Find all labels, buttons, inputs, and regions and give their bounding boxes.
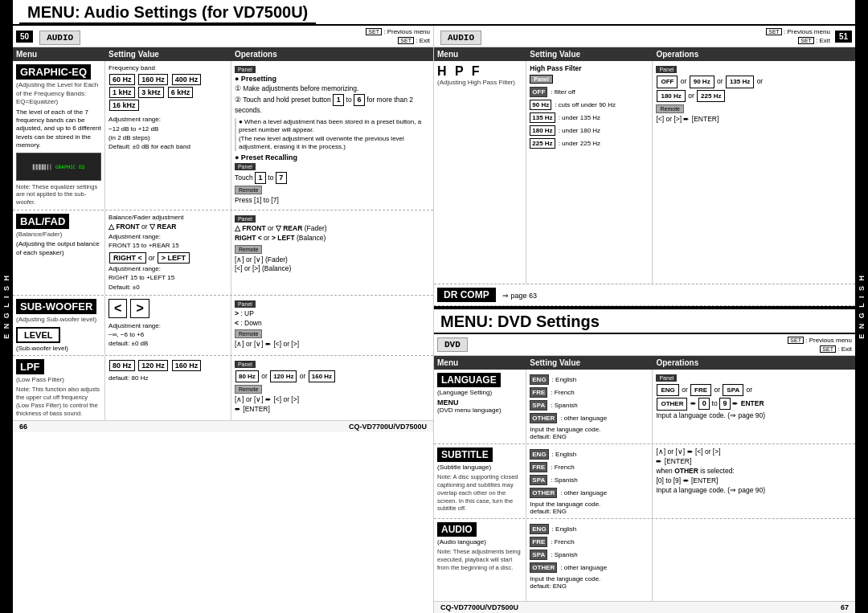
right-side-tab: E N G L I S H <box>855 0 868 613</box>
header-ops-left: Operations <box>231 47 433 61</box>
lpf-row: LPF (Low Pass Filter) Note: This functio… <box>13 356 433 420</box>
dvd-label: DVD <box>437 337 468 352</box>
panel-ops-hpf: OFF or 90 Hz or 135 Hz or 180 Hz or 225 … <box>656 75 852 102</box>
panel-label-eq: Panel <box>235 66 256 73</box>
bal-fad-setting-label: Balance/Fader adjustment <box>108 214 227 221</box>
remote-label-lpf: Remote <box>235 385 263 394</box>
arrow-left-sw: < <box>108 299 127 318</box>
dvd-audio-row: AUDIO (Audio language) Note: These adjus… <box>434 519 855 601</box>
preset-recall-ops: Touch 1 to 7 <box>235 172 430 184</box>
left-footer: 66 CQ-VD7700U/VD7500U <box>13 420 433 432</box>
dvd-table-header: Menu Setting Value Operations <box>434 356 855 370</box>
dvd-audio-title: AUDIO <box>437 522 477 537</box>
remote-label-sw: Remote <box>235 329 263 338</box>
bal-fad-row: BAL/FAD (Balance/Fader) (Adjusting the o… <box>13 210 433 296</box>
freq-6khz: 6 kHz <box>168 87 194 98</box>
level-label: LEVEL <box>16 327 60 343</box>
remote-ops-lpf: [∧] or [∨] ➨ [<] or [>] ➨ [ENTER] <box>235 395 430 415</box>
balance-range: Adjustment range:RIGHT 15 to +LEFT 15Def… <box>108 264 227 292</box>
sub-woofer-row: SUB-WOOFER (Adjusting Sub-woofer level) … <box>13 296 433 356</box>
panel-ops-sw: > : UP < : Down <box>235 309 430 329</box>
lpf-default: default: 80 Hz <box>108 374 227 382</box>
left-page-num-bottom: 66 <box>19 423 27 431</box>
lpf-title: LPF <box>16 359 44 374</box>
nav-exit-right: SET : Exit <box>766 36 830 45</box>
lpf-note: Note: This function also adjusts the upp… <box>16 386 101 417</box>
language-subtitle: (Language Setting) <box>437 389 522 396</box>
header-menu-left: Menu <box>13 47 105 61</box>
lang-other-row: OTHER: other language <box>530 412 649 424</box>
graphic-eq-image: ▋▋▊▊▌▍▎ GRAPHIC EQ <box>16 153 101 181</box>
panel-ops-lang: ENG or FRE or SPA or OTHER ➨ 0 to 9 ➨ EN… <box>656 383 852 420</box>
freq-band-label: Frequency band <box>108 64 227 72</box>
remote-label-eq: Remote <box>235 186 263 194</box>
remote-ops-hpf: [<] or [>] ➨ [ENTER] <box>656 115 852 125</box>
freq-60hz: 60 Hz <box>109 74 135 85</box>
high-pass-filter-label: High Pass Filter <box>530 64 649 72</box>
sw-range: Adjustment range:−∞, −6 to +6default: ±0… <box>108 321 227 349</box>
header-menu-right: Menu <box>434 47 526 61</box>
drcomp-title: DR COMP <box>437 288 496 302</box>
hpf-subtitle: (Adjusting High Pass Filter) <box>437 79 522 86</box>
header-ops-right: Operations <box>653 47 855 61</box>
right-tab-text: E N G L I S H <box>858 274 866 339</box>
dvd-audio-note: Note: These adjustments being executed, … <box>437 548 522 571</box>
sub-input-note: Input the language code. <box>530 501 649 508</box>
audio-label-right: AUDIO <box>440 31 481 45</box>
adj-range-eq: Adjustment range: −12 dB to +12 dB (in 2… <box>108 115 227 151</box>
right-footer: CQ-VD7700U/VD7500U 67 <box>434 601 855 613</box>
sub-spa-row: SPA: Spanish <box>530 474 649 486</box>
aud-input-note: Input the language code. <box>530 575 649 582</box>
bal-fad-subtitle: (Balance/Fader) <box>16 231 101 239</box>
lang-fre-row: FRE: French <box>530 386 649 398</box>
aud-fre-row: FRE: French <box>530 536 649 548</box>
panel-label-lpf: Panel <box>235 361 256 368</box>
dvd-audio-subtitle: (Audio language) <box>437 538 522 546</box>
hpf-off-row: OFF: filter off <box>530 86 649 98</box>
remote-ops-eq: Press [1] to [7] <box>235 196 430 206</box>
panel-label-bal: Panel <box>235 215 256 223</box>
panel-ops-lpf: 80 Hz or 120 Hz or 160 Hz <box>235 370 430 383</box>
panel-box-hpf: Panel <box>530 75 553 84</box>
lang-eng-row: ENG: English <box>530 374 649 386</box>
sub-fre-row: FRE: French <box>530 461 649 473</box>
menu-sublabel: MENU <box>437 398 522 407</box>
dvd-title: MENU: DVD Settings <box>434 309 855 334</box>
left-tab-text: E N G L I S H <box>2 274 10 339</box>
presetting-ops: ① Make adjustments before memorizing. ② … <box>235 84 430 115</box>
front-rear-setting: △ FRONT or ▽ REAR <box>108 223 227 231</box>
audio-label-left: AUDIO <box>39 31 80 45</box>
panel-label-sw: Panel <box>235 300 256 308</box>
hpf-title: H P F <box>437 64 522 79</box>
header-setting-left: Setting Value <box>105 47 231 61</box>
lpf-80hz: 80 Hz <box>109 360 135 371</box>
right-top-table-header: Menu Setting Value Operations <box>434 47 855 61</box>
dvd-header-setting: Setting Value <box>526 356 653 370</box>
presetting-label: ● Presetting <box>235 75 430 83</box>
aud-eng-row: ENG: English <box>530 523 649 535</box>
panel-label-eq2: Panel <box>235 163 256 170</box>
sub-eng-row: ENG: English <box>530 448 649 460</box>
language-title: LANGUAGE <box>437 373 501 387</box>
dvd-nav-prev: SET : Previous menu <box>788 336 852 345</box>
lang-spa-row: SPA: Spanish <box>530 399 649 411</box>
dvd-header-menu: Menu <box>434 356 526 370</box>
bal-fad-title: BAL/FAD <box>16 214 69 229</box>
page-title: MENU: Audio Settings (for VD7500U) <box>19 0 316 24</box>
dvd-menu-desc: (DVD menu language) <box>437 407 522 414</box>
remote-ops-bal: [∧] or [∨] (Fader) [<] or [>] (Balance) <box>235 255 430 275</box>
remote-ops-sw: [∧] or [∨] ➨ [<] or [>] <box>235 340 430 349</box>
subtitle-subtitle: (Subtitle language) <box>437 464 522 471</box>
preset-recall-label: ● Preset Recalling <box>235 153 430 161</box>
arrow-right-sw: > <box>130 299 149 318</box>
page-number-left: 50 <box>16 31 33 43</box>
subtitle-row: SUBTITLE (Subtitle language) Note: A dis… <box>434 444 855 519</box>
freq-400hz: 400 Hz <box>172 74 202 85</box>
lpf-subtitle: (Low Pass Filter) <box>16 376 101 384</box>
graphic-eq-desc: The level of each of the 7 frequency ban… <box>16 108 101 150</box>
subtitle-title: SUBTITLE <box>437 447 493 462</box>
freq-1khz: 1 kHz <box>109 87 135 98</box>
aud-default: default: ENG <box>530 582 649 590</box>
lang-default: default: ENG <box>530 433 649 440</box>
graphic-eq-note: Note: These equalizer settings are not a… <box>16 183 101 206</box>
